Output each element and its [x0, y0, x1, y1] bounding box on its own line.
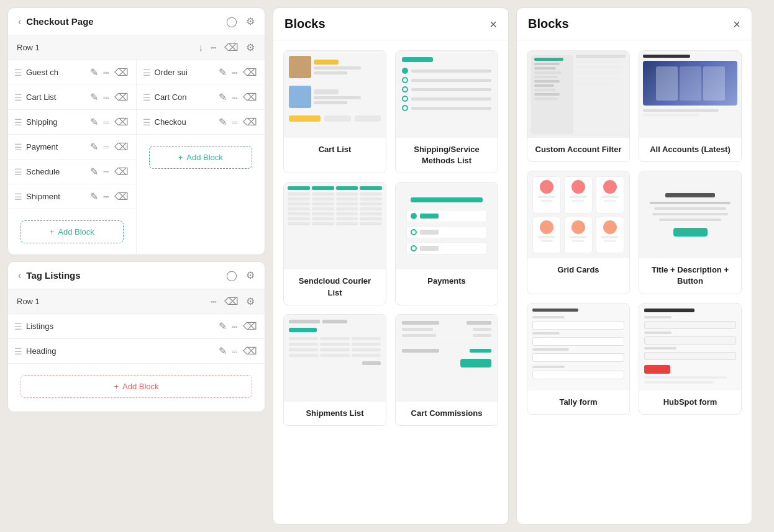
back-button[interactable]: ‹	[17, 15, 22, 29]
block-card-cart-commissions[interactable]: Cart Commissions	[395, 314, 498, 426]
block-heading[interactable]: ☰ Heading ✎ ⎓ ⌫	[8, 339, 265, 364]
grid-cards-preview	[527, 171, 629, 258]
block-actions: ✎ ⎓ ⌫	[89, 90, 130, 104]
block-card-custom-filter[interactable]: Custom Account Filter	[527, 50, 630, 162]
block-card-shipments[interactable]: Shipments List	[283, 314, 386, 426]
block-order-summary[interactable]: ☰ Order sui ✎ ⎓ ⌫	[137, 60, 265, 85]
block-checkout[interactable]: ☰ Checkou ✎ ⎓ ⌫	[137, 110, 265, 135]
row-copy-icon[interactable]: ⎓	[209, 294, 218, 309]
plus-icon: +	[114, 382, 119, 391]
middle-close-button[interactable]: ×	[489, 18, 497, 30]
checkout-page-title-group: ‹ Checkout Page	[17, 15, 94, 29]
block-shipment[interactable]: ☰ Shipment ✎ ⎓ ⌫	[8, 184, 136, 209]
shipments-mock	[284, 315, 386, 402]
delete-icon[interactable]: ⌫	[242, 90, 258, 104]
delete-icon[interactable]: ⌫	[113, 189, 130, 204]
row-delete-icon[interactable]: ⌫	[223, 294, 240, 309]
edit-icon[interactable]: ✎	[217, 90, 228, 104]
row-settings-icon[interactable]: ⚙	[245, 294, 256, 309]
edit-icon[interactable]: ✎	[89, 90, 99, 104]
right-close-button[interactable]: ×	[733, 18, 740, 30]
col1-add-block-button[interactable]: + Add Block	[20, 220, 124, 243]
block-cart-list[interactable]: ☰ Cart List ✎ ⎓ ⌫	[8, 85, 136, 110]
settings-icon[interactable]: ⚙	[245, 268, 256, 282]
edit-icon[interactable]: ✎	[217, 115, 228, 129]
delete-icon[interactable]: ⌫	[242, 65, 258, 79]
copy-icon[interactable]: ⎓	[102, 115, 111, 129]
block-card-sendcloud[interactable]: Sendcloud Courier List	[283, 182, 386, 305]
block-schedule[interactable]: ☰ Schedule ✎ ⎓ ⌫	[8, 160, 136, 184]
history-icon[interactable]: ◯	[225, 268, 239, 282]
drag-handle-icon: ☰	[143, 68, 151, 78]
block-actions: ✎ ⎓ ⌫	[217, 65, 258, 79]
copy-icon[interactable]: ⎓	[102, 189, 111, 204]
block-card-all-accounts[interactable]: All Accounts (Latest)	[639, 50, 742, 162]
row-copy-icon[interactable]: ⎓	[209, 40, 218, 55]
tag-listings-title-group: ‹ Tag Listings	[17, 269, 81, 282]
block-card-payments[interactable]: Payments	[395, 182, 498, 305]
copy-icon[interactable]: ⎓	[230, 319, 239, 333]
edit-icon[interactable]: ✎	[89, 65, 99, 79]
block-shipping[interactable]: ☰ Shipping ✎ ⎓ ⌫	[8, 110, 136, 135]
block-listings[interactable]: ☰ Listings ✎ ⎓ ⌫	[8, 314, 265, 339]
copy-icon[interactable]: ⎓	[102, 165, 111, 179]
title-desc-mock	[639, 171, 741, 258]
row-settings-icon[interactable]: ⚙	[245, 40, 256, 55]
block-card-hubspot[interactable]: HubSpot form	[639, 303, 742, 415]
block-actions: ✎ ⎓ ⌫	[217, 115, 258, 129]
tag-add-block-button[interactable]: + Add Block	[20, 375, 252, 398]
back-button[interactable]: ‹	[17, 269, 22, 282]
middle-blocks-scroll[interactable]: Cart List	[273, 40, 508, 524]
drag-handle-icon: ☰	[14, 322, 22, 331]
block-guest-checkout[interactable]: ☰ Guest ch ✎ ⎓ ⌫	[8, 60, 136, 85]
cart-commissions-mock	[396, 315, 498, 402]
block-card-grid-cards[interactable]: Grid Cards	[527, 171, 630, 294]
block-actions: ✎ ⎓ ⌫	[217, 90, 258, 104]
copy-icon[interactable]: ⎓	[230, 115, 239, 129]
block-actions: ✎ ⎓ ⌫	[89, 115, 130, 129]
block-card-title-desc[interactable]: Title + Description + Button	[639, 171, 742, 294]
copy-icon[interactable]: ⎓	[102, 90, 111, 104]
delete-icon[interactable]: ⌫	[113, 90, 130, 104]
block-card-tally[interactable]: Tally form	[527, 303, 630, 415]
right-blocks-scroll[interactable]: Custom Account Filter	[517, 40, 752, 524]
cart-commissions-preview	[396, 315, 498, 402]
block-actions: ✎ ⎓ ⌫	[89, 165, 130, 179]
delete-icon[interactable]: ⌫	[113, 165, 130, 179]
block-cart-container[interactable]: ☰ Cart Con ✎ ⎓ ⌫	[137, 85, 265, 110]
delete-icon[interactable]: ⌫	[242, 344, 258, 358]
edit-icon[interactable]: ✎	[89, 189, 99, 204]
copy-icon[interactable]: ⎓	[230, 344, 239, 358]
row-down-icon[interactable]: ↓	[197, 40, 204, 55]
plus-icon: +	[50, 227, 55, 237]
tally-mock	[527, 304, 629, 390]
block-card-cart-list[interactable]: Cart List	[283, 50, 386, 173]
edit-icon[interactable]: ✎	[217, 344, 228, 358]
edit-icon[interactable]: ✎	[89, 165, 99, 179]
drag-handle-icon: ☰	[14, 346, 22, 356]
blocks-panel-middle: Blocks ×	[273, 7, 509, 525]
edit-icon[interactable]: ✎	[89, 140, 99, 154]
delete-icon[interactable]: ⌫	[242, 115, 258, 129]
block-card-shipping[interactable]: Shipping/Service Methods List	[395, 50, 498, 173]
copy-icon[interactable]: ⎓	[102, 140, 111, 154]
row-delete-icon[interactable]: ⌫	[223, 40, 240, 55]
edit-icon[interactable]: ✎	[217, 65, 228, 79]
cart-list-preview	[284, 51, 386, 138]
sendcloud-label: Sendcloud Courier List	[284, 269, 386, 304]
settings-icon[interactable]: ⚙	[245, 14, 256, 29]
delete-icon[interactable]: ⌫	[113, 140, 130, 154]
copy-icon[interactable]: ⎓	[230, 65, 239, 79]
delete-icon[interactable]: ⌫	[113, 65, 130, 79]
edit-icon[interactable]: ✎	[89, 115, 99, 129]
payments-mock	[396, 183, 498, 269]
block-payment[interactable]: ☰ Payment ✎ ⎓ ⌫	[8, 135, 136, 160]
delete-icon[interactable]: ⌫	[242, 319, 258, 333]
row1-header: Row 1 ↓ ⎓ ⌫ ⚙	[8, 35, 265, 60]
history-icon[interactable]: ◯	[225, 14, 239, 29]
delete-icon[interactable]: ⌫	[113, 115, 130, 129]
copy-icon[interactable]: ⎓	[230, 90, 239, 104]
copy-icon[interactable]: ⎓	[102, 65, 111, 79]
edit-icon[interactable]: ✎	[217, 319, 228, 333]
col2-add-block-button[interactable]: + Add Block	[149, 146, 253, 169]
